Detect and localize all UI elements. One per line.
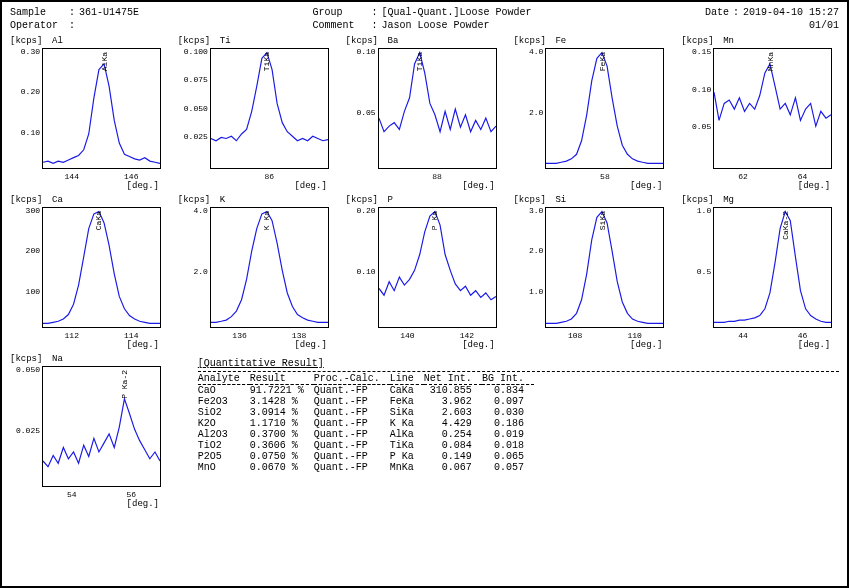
sample-value: 361-U1475E [79, 6, 139, 19]
x-ticks: 144146 [42, 172, 161, 181]
y-axis-label: [kcps] [10, 36, 42, 46]
sample-label: Sample [10, 6, 65, 19]
plot-area [42, 366, 161, 487]
operator-label: Operator [10, 19, 65, 32]
comment-value: Jason Loose Powder [381, 19, 489, 32]
chart-ca: [kcps]Ca300200100CaKa112114[deg.] [10, 195, 165, 350]
chart-title: Mn [723, 36, 734, 46]
x-ticks: 86 [210, 172, 329, 181]
x-ticks: 4446 [713, 331, 832, 340]
x-axis-label: [deg.] [127, 340, 159, 350]
chart-title: Ba [388, 36, 399, 46]
y-ticks: 0.150.100.050.00 [681, 48, 711, 169]
date-value: 2019-04-10 15:27 [743, 6, 839, 19]
chart-mn: [kcps]Mn0.150.100.050.00MnKa6264[deg.] [681, 36, 836, 191]
y-axis-label: [kcps] [513, 195, 545, 205]
table-row: Fe2O33.1428 %Quant.-FPFeKa3.9620.097 [198, 396, 534, 407]
x-ticks: 88 [378, 172, 497, 181]
x-axis-label: [deg.] [462, 181, 494, 191]
charts-grid: [kcps]Al0.300.200.10AlKa144146[deg.][kcp… [10, 36, 839, 509]
peak-label: AlKa [100, 52, 109, 71]
y-axis-label: [kcps] [10, 195, 42, 205]
y-axis-label: [kcps] [346, 195, 378, 205]
table-row: MnO0.0670 %Quant.-FPMnKa0.0670.057 [198, 462, 534, 473]
peak-label: CaKa-2 [781, 211, 790, 240]
x-axis-label: [deg.] [798, 340, 830, 350]
plot-area [713, 207, 832, 328]
chart-ba: [kcps]Ba0.100.05TiKa88[deg.] [346, 36, 501, 191]
chart-al: [kcps]Al0.300.200.10AlKa144146[deg.] [10, 36, 165, 191]
table-row: K2O1.1710 %Quant.-FPK Ka4.4290.186 [198, 418, 534, 429]
peak-label: FeKa [598, 52, 607, 71]
y-ticks: 4.02.0 [513, 48, 543, 169]
chart-ti: [kcps]Ti0.1000.0750.0500.0250.000TiKa86[… [178, 36, 333, 191]
group-label: Group [312, 6, 367, 19]
y-ticks: 300200100 [10, 207, 40, 328]
peak-label: TiKa [415, 52, 424, 71]
x-axis-label: [deg.] [127, 499, 159, 509]
y-ticks: 0.100.05 [346, 48, 376, 169]
y-ticks: 0.0500.025 [10, 366, 40, 487]
chart-title: Ca [52, 195, 63, 205]
y-ticks: 1.00.5 [681, 207, 711, 328]
date-label: Date [705, 6, 729, 19]
y-ticks: 0.300.200.10 [10, 48, 40, 169]
y-ticks: 4.02.0 [178, 207, 208, 328]
x-axis-label: [deg.] [462, 340, 494, 350]
chart-title: Na [52, 354, 63, 364]
peak-label: SiKa [598, 211, 607, 230]
x-axis-label: [deg.] [294, 340, 326, 350]
results-title: [Quantitative Result] [198, 358, 839, 369]
x-ticks: 5456 [42, 490, 161, 499]
y-axis-label: [kcps] [513, 36, 545, 46]
report-page: Sample: 361-U1475E Operator: Group: [Qua… [0, 0, 849, 588]
peak-label: P Ka-2 [120, 370, 129, 399]
y-axis-label: [kcps] [346, 36, 378, 46]
peak-label: MnKa [766, 52, 775, 71]
chart-p: [kcps]P0.200.10P Ka140142[deg.] [346, 195, 501, 350]
report-header: Sample: 361-U1475E Operator: Group: [Qua… [10, 6, 839, 32]
x-axis-label: [deg.] [294, 181, 326, 191]
chart-na: [kcps]Na0.0500.025P Ka-25456[deg.] [10, 354, 165, 509]
peak-label: TiKa [262, 52, 271, 71]
chart-mg: [kcps]Mg1.00.5CaKa-24446[deg.] [681, 195, 836, 350]
comment-label: Comment [312, 19, 367, 32]
x-ticks: 6264 [713, 172, 832, 181]
x-ticks: 108110 [545, 331, 664, 340]
chart-title: K [220, 195, 225, 205]
table-row: Al2O30.3700 %Quant.-FPAlKa0.2540.019 [198, 429, 534, 440]
peak-label: P Ka [430, 211, 439, 230]
table-row: CaO91.7221 %Quant.-FPCaKa310.8550.834 [198, 385, 534, 397]
y-axis-label: [kcps] [10, 354, 42, 364]
y-axis-label: [kcps] [178, 36, 210, 46]
peak-label: K Ka [262, 211, 271, 230]
chart-title: Fe [555, 36, 566, 46]
results-table: AnalyteResultProc.-Calc.LineNet Int.BG I… [198, 373, 534, 473]
chart-title: Si [555, 195, 566, 205]
y-axis-label: [kcps] [178, 195, 210, 205]
page-number: 01/01 [809, 20, 839, 31]
chart-k: [kcps]K4.02.0K Ka136138[deg.] [178, 195, 333, 350]
y-ticks: 0.1000.0750.0500.0250.000 [178, 48, 208, 169]
chart-fe: [kcps]Fe4.02.0FeKa58[deg.] [513, 36, 668, 191]
chart-title: Mg [723, 195, 734, 205]
x-axis-label: [deg.] [630, 181, 662, 191]
group-value: [Qual-Quant.]Loose Powder [381, 6, 531, 19]
quantitative-results: [Quantitative Result]AnalyteResultProc.-… [178, 354, 839, 509]
chart-title: Al [52, 36, 63, 46]
chart-title: Ti [220, 36, 231, 46]
y-ticks: 0.200.10 [346, 207, 376, 328]
chart-si: [kcps]Si3.02.01.0SiKa108110[deg.] [513, 195, 668, 350]
table-row: TiO20.3606 %Quant.-FPTiKa0.0840.018 [198, 440, 534, 451]
x-ticks: 140142 [378, 331, 497, 340]
y-axis-label: [kcps] [681, 36, 713, 46]
x-axis-label: [deg.] [798, 181, 830, 191]
x-axis-label: [deg.] [127, 181, 159, 191]
chart-title: P [388, 195, 393, 205]
y-axis-label: [kcps] [681, 195, 713, 205]
y-ticks: 3.02.01.0 [513, 207, 543, 328]
x-axis-label: [deg.] [630, 340, 662, 350]
x-ticks: 112114 [42, 331, 161, 340]
x-ticks: 58 [545, 172, 664, 181]
table-row: SiO23.0914 %Quant.-FPSiKa2.6030.030 [198, 407, 534, 418]
